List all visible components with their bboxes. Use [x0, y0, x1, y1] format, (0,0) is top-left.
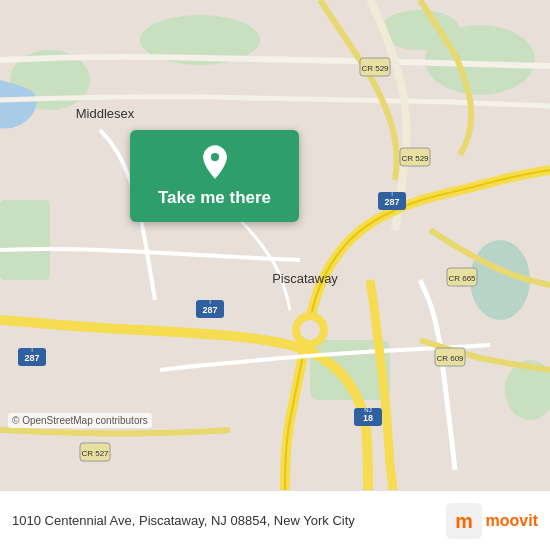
take-me-there-button[interactable]: Take me there	[130, 130, 299, 222]
svg-text:CR 529: CR 529	[361, 64, 389, 73]
svg-text:CR 609: CR 609	[436, 354, 464, 363]
svg-text:287: 287	[24, 353, 39, 363]
svg-text:m: m	[455, 510, 473, 532]
button-label: Take me there	[158, 188, 271, 208]
attribution-text: © OpenStreetMap contributors	[12, 415, 148, 426]
osm-attribution: © OpenStreetMap contributors	[8, 413, 152, 428]
svg-text:CR 665: CR 665	[448, 274, 476, 283]
moovit-m-icon: m	[446, 503, 482, 539]
button-overlay: Take me there	[130, 130, 299, 222]
svg-text:CR 527: CR 527	[81, 449, 109, 458]
svg-text:NJ: NJ	[364, 407, 371, 413]
svg-point-10	[300, 320, 320, 340]
svg-text:Piscataway: Piscataway	[272, 271, 338, 286]
svg-text:18: 18	[363, 413, 373, 423]
svg-text:287: 287	[202, 305, 217, 315]
address-text: 1010 Centennial Ave, Piscataway, NJ 0885…	[12, 513, 446, 528]
map-container: 287 I 287 I 287 I 18 NJ CR 529 CR 529 CR…	[0, 0, 550, 490]
moovit-brand-text: moovit	[486, 512, 538, 530]
moovit-logo: m moovit	[446, 503, 538, 539]
svg-point-35	[210, 153, 218, 161]
svg-text:287: 287	[384, 197, 399, 207]
svg-text:CR 529: CR 529	[401, 154, 429, 163]
svg-text:Middlesex: Middlesex	[76, 106, 135, 121]
location-pin-icon	[197, 144, 233, 180]
svg-rect-8	[0, 200, 50, 280]
bottom-bar: 1010 Centennial Ave, Piscataway, NJ 0885…	[0, 490, 550, 550]
